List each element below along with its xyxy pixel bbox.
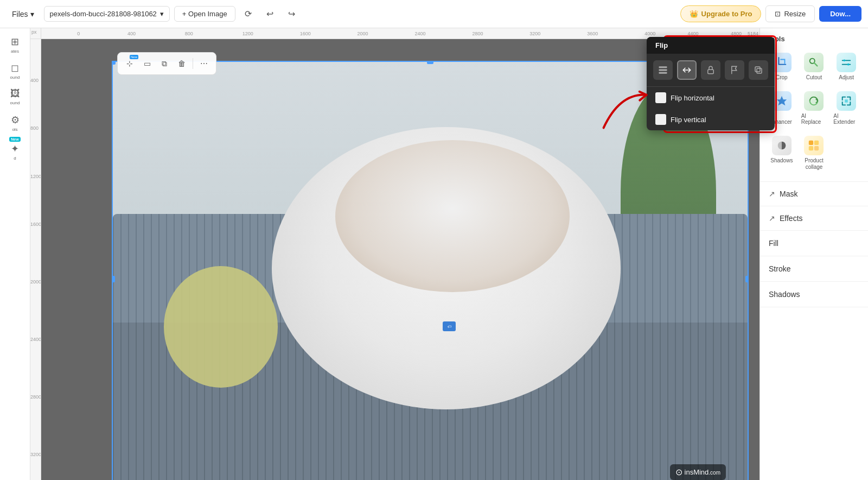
resize-button[interactable]: ⊡ Resize <box>765 5 815 22</box>
ruler-tick-4400: 4400 <box>688 31 699 36</box>
tool-adjust[interactable]: Adjust <box>831 48 861 85</box>
sidebar-item-background2[interactable]: 🖼 ound <box>3 85 27 109</box>
sidebar-item-new[interactable]: New ✦ d <box>3 137 27 161</box>
panel-shadows-label: Shadows <box>769 290 800 299</box>
handle-tl[interactable] <box>112 61 116 65</box>
flip-horizontal-option[interactable]: Flip horizontal <box>647 87 775 109</box>
tool-crop-label: Crop <box>776 74 788 80</box>
svg-rect-8 <box>814 146 819 150</box>
tools-icon: ⚙ <box>11 114 20 126</box>
ai-enhancer-svg <box>776 95 788 107</box>
new-feature-icon: ✦ <box>11 143 19 155</box>
files-menu[interactable]: Files ▾ <box>7 7 40 22</box>
undo-button[interactable]: ↩ <box>261 5 279 23</box>
flip-h-swatch <box>655 92 666 103</box>
adjust-svg <box>840 56 852 68</box>
flip-lock-btn[interactable] <box>701 60 720 80</box>
download-button[interactable]: Dow... <box>819 6 861 22</box>
flip-layers-icon <box>658 65 668 75</box>
crown-icon: 👑 <box>690 10 698 18</box>
ai-replace-icon-bg <box>804 91 824 111</box>
templates-icon: ⊞ <box>11 36 19 48</box>
effects-header[interactable]: ↗ Effects <box>760 206 868 230</box>
flip-popup-header: Flip <box>647 37 775 54</box>
files-label: Files <box>12 10 28 18</box>
tools-section: Tools Crop <box>760 28 868 182</box>
tool-adjust-label: Adjust <box>839 74 854 80</box>
more-options-tool[interactable]: ⋯ <box>196 56 212 71</box>
flip-layers-btn[interactable] <box>653 60 673 80</box>
filename-text: pexels-dom-bucci-281808-981062 <box>50 10 157 18</box>
flip-vertical-option[interactable]: Flip vertical <box>647 109 775 130</box>
svg-rect-10 <box>659 70 667 71</box>
ai-replace-svg <box>808 95 820 107</box>
duplicate-tool[interactable]: ⧉ <box>157 56 172 71</box>
sidebar-item-background[interactable]: ◻ ound <box>3 59 27 83</box>
tool-product-collage-label: Product collage <box>801 157 827 170</box>
bg2-icon: 🖼 <box>10 88 20 99</box>
ai-enhancer-icon-bg <box>772 91 792 111</box>
sidebar-item-tools[interactable]: ⚙ ols <box>3 111 27 135</box>
ruler-tick-1200: 1200 <box>242 31 253 36</box>
more-icon: ⋯ <box>200 59 208 68</box>
delete-tool[interactable]: 🗑 <box>174 56 189 71</box>
effects-section: ↗ Effects <box>760 206 868 231</box>
vruler-1600: 1600 <box>30 222 41 227</box>
flip-copy-btn[interactable] <box>749 60 768 80</box>
ruler-tick-4000: 4000 <box>644 31 655 36</box>
ruler-tick-5184: 5184 <box>748 31 758 36</box>
svg-marker-3 <box>777 96 787 105</box>
handle-left[interactable] <box>112 276 115 282</box>
product-collage-svg <box>808 140 820 151</box>
ruler-tick-2000: 2000 <box>358 31 368 36</box>
sync-icon-button[interactable]: ⟳ <box>240 5 257 23</box>
flip-v-swatch <box>655 114 666 125</box>
download-label: Dow... <box>830 10 851 18</box>
tool-product-collage[interactable]: Product collage <box>799 131 829 175</box>
flip-active-btn[interactable] <box>677 60 697 80</box>
vruler-2000: 2000 <box>30 279 41 285</box>
topbar-left: Files ▾ pexels-dom-bucci-281808-981062 ▾… <box>7 5 301 23</box>
svg-rect-9 <box>659 66 667 68</box>
ruler-tick-4800: 4800 <box>731 31 742 36</box>
filename-button[interactable]: pexels-dom-bucci-281808-981062 ▾ <box>44 6 170 22</box>
shadows-svg <box>776 140 788 151</box>
right-panel: Tools Crop <box>760 28 868 480</box>
mask-header[interactable]: ↗ Mask <box>760 182 868 206</box>
flip-title: Flip <box>655 41 668 49</box>
upgrade-label: Upgrade to Pro <box>701 10 752 18</box>
resize-icon: ⊡ <box>775 10 781 18</box>
handle-right[interactable] <box>745 276 749 282</box>
svg-rect-14 <box>755 67 760 72</box>
tools-grid: Crop Cutout <box>767 48 861 175</box>
crop-rect-tool[interactable]: ▭ <box>139 56 155 71</box>
tool-shadows[interactable]: Shadows <box>767 131 797 175</box>
flip-flag-icon <box>730 65 739 75</box>
tool-ai-extender-label: AI Extender <box>833 113 859 125</box>
mask-section: ↗ Mask <box>760 182 868 206</box>
left-sidebar: ⊞ ates ◻ ound 🖼 ound ⚙ ols New ✦ d <box>0 28 30 480</box>
handle-top[interactable] <box>427 61 433 64</box>
vruler-3200: 3200 <box>30 452 41 457</box>
upgrade-button[interactable]: 👑 Upgrade to Pro <box>680 5 762 22</box>
svg-rect-7 <box>809 146 813 150</box>
vruler-800: 800 <box>30 125 39 131</box>
ai-extender-svg <box>840 95 852 107</box>
effects-header-content: ↗ Effects <box>769 214 803 223</box>
open-image-label: + Open Image <box>182 10 227 18</box>
files-chevron-icon: ▾ <box>30 10 34 18</box>
smart-select-tool[interactable]: ⊹ New <box>122 56 137 71</box>
toolbar-separator <box>193 58 193 69</box>
sidebar-label-new: d <box>14 156 16 161</box>
tool-ai-extender[interactable]: AI Extender <box>831 87 861 129</box>
flip-flag-btn[interactable] <box>725 60 744 80</box>
sidebar-item-templates[interactable]: ⊞ ates <box>3 33 27 56</box>
svg-point-2 <box>847 64 850 66</box>
svg-rect-11 <box>659 72 667 74</box>
tool-ai-replace[interactable]: AI Replace <box>799 87 829 129</box>
topbar: Files ▾ pexels-dom-bucci-281808-981062 ▾… <box>0 0 868 28</box>
open-image-button[interactable]: + Open Image <box>174 6 235 22</box>
tool-cutout[interactable]: Cutout <box>799 48 829 85</box>
ruler-tick-3200: 3200 <box>529 31 540 36</box>
redo-button[interactable]: ↪ <box>283 5 301 23</box>
